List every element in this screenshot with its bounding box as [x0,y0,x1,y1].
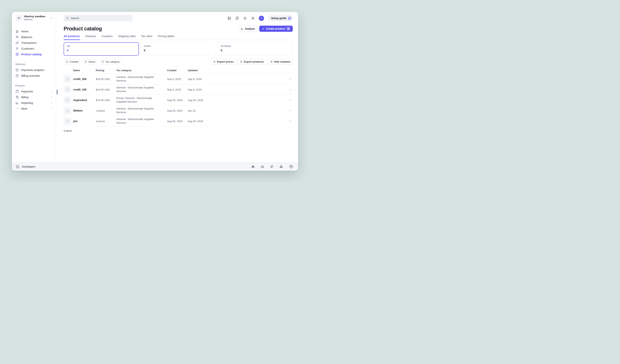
export-prices-button[interactable]: Export prices [211,59,236,64]
sidebar-item-label: Home [21,30,28,33]
package-icon [15,52,19,56]
invoice-icon [15,95,19,99]
quick-create-button[interactable] [259,16,264,21]
items-count: 5 items [64,129,293,132]
table-header: Name Pricing Tax category Created Update… [64,67,293,74]
keyboard-shortcut-badge: N [286,27,290,31]
product-name: myproduct [73,99,96,102]
org-switcher[interactable]: V VibeAny sandbox VibeAny [15,14,53,22]
filter-card-all[interactable]: All 5 [64,42,139,56]
row-overflow-menu-icon[interactable] [284,77,293,81]
export-products-button[interactable]: Export products [238,59,266,64]
row-overflow-menu-icon[interactable] [284,109,293,112]
filter-chip-status[interactable]: Status [82,59,98,64]
analyze-button[interactable]: Analyze [238,26,258,32]
sidebar-item-transactions[interactable]: Transactions [15,40,53,46]
clock-icon [15,74,19,77]
tab-pricing-tables[interactable]: Pricing tables [158,35,174,40]
sidebar-item-product-catalog[interactable]: Product catalog [15,51,53,57]
column-header-name[interactable]: Name [73,69,96,72]
column-header-updated[interactable]: Updated [188,69,284,72]
edit-columns-button[interactable]: Edit columns [268,59,293,64]
api-traffic-arrows-icon[interactable] [270,165,274,168]
row-overflow-menu-icon[interactable] [284,99,293,102]
sidebar-item-balances[interactable]: Balances [15,34,53,40]
export-icon [213,60,216,63]
ellipsis-icon [15,107,19,110]
apps-grid-icon[interactable] [227,16,231,20]
tab-tax-rates[interactable]: Tax rates [141,35,153,40]
row-overflow-menu-icon[interactable] [284,120,293,123]
create-product-button[interactable]: Create product N [259,26,293,32]
circled-plus-icon [65,60,68,63]
tab-features[interactable]: Features [85,35,96,40]
search-docs-binoculars-icon[interactable] [251,165,255,168]
product-created: Aug 30, 2025 [167,99,188,102]
help-icon[interactable] [235,16,239,20]
chevron-down-icon [51,90,53,93]
sidebar-item-more[interactable]: More [15,106,53,112]
product-name: pro [73,120,96,123]
product-created: Sep 6, 2025 [167,88,188,91]
sidebar-item-reporting[interactable]: Reporting [15,100,53,106]
table-row[interactable]: lifetime 2 prices General - Electronical… [64,105,293,116]
sidebar: V VibeAny sandbox VibeAny Home [12,12,56,162]
tab-all-products[interactable]: All products [64,35,80,40]
org-avatar: V [16,15,22,21]
row-overflow-menu-icon[interactable] [284,88,293,91]
filter-chip-tax-category[interactable]: Tax category [99,59,122,64]
column-header-pricing[interactable]: Pricing [96,69,116,72]
tab-coupons[interactable]: Coupons [102,35,113,40]
search-icon [66,17,69,20]
filter-card-active[interactable]: Active 5 [140,42,216,56]
page-title: Product catalog [64,26,102,32]
search-input[interactable] [71,17,130,20]
chevron-down-icon [51,102,53,104]
table-row[interactable]: credit_200 $20.00 USD General - Electron… [64,74,293,84]
sidebar-item-label: Payments analytics [21,69,45,72]
webhooks-icon[interactable] [279,165,283,168]
customers-icon [15,47,19,50]
sidebar-item-payments[interactable]: Payments [15,89,53,94]
settings-gear-icon[interactable] [251,16,255,20]
column-header-created[interactable]: Created [167,69,188,72]
tab-shipping-rates[interactable]: Shipping rates [118,35,136,40]
setup-guide-button[interactable]: Setup guide [268,15,293,21]
product-updated: Sep 6, 2025 [188,88,284,91]
search-bar[interactable] [64,15,133,21]
table-row[interactable]: credit_100 $10.00 USD General - Electron… [64,84,293,95]
collapse-panel-icon[interactable] [289,165,293,169]
column-header-tax-category[interactable]: Tax category [116,69,167,72]
transactions-icon [15,41,19,44]
sidebar-item-payments-analytics[interactable]: Payments analytics [15,67,53,73]
table-row[interactable]: pro 4 prices General - Electronically Su… [64,116,293,127]
product-package-icon [64,117,71,125]
alerts-warning-icon[interactable] [261,165,264,168]
home-icon [15,29,19,33]
sidebar-item-billing-overview[interactable]: Billing overview [15,73,53,79]
sidebar-item-billing[interactable]: Billing [15,94,53,100]
notifications-bell-icon[interactable] [243,16,247,20]
product-updated: Sep 6, 2025 [188,78,284,81]
product-name: lifetime [73,109,96,112]
app-window: V VibeAny sandbox VibeAny Home [12,12,298,171]
main-content: Setup guide Product catalog Analyze [56,12,298,162]
scrollbar-thumb[interactable] [57,89,58,95]
product-pricing: $15.00 USD [96,99,116,102]
filter-card-archived[interactable]: Archived 0 [217,42,293,56]
product-created: Aug 30, 2025 [167,120,188,123]
gear-icon [270,60,273,63]
product-pricing: $10.00 USD [96,88,116,91]
analyze-chart-icon [241,27,244,30]
table-row[interactable]: myproduct $15.00 USD Preset: General - E… [64,95,293,105]
sidebar-item-home[interactable]: Home [15,29,53,34]
product-updated: Aug 30, 2025 [188,120,284,123]
clock-icon [15,68,19,72]
sidebar-item-customers[interactable]: Customers [15,46,53,51]
filter-chip-created[interactable]: Created [64,59,81,64]
product-package-icon [64,86,71,93]
export-icon [240,60,243,63]
developers-button[interactable]: Developers [16,165,35,169]
product-tax-category: General - Electronically Supplied Servic… [116,75,167,83]
sidebar-item-label: Billing [21,96,28,99]
